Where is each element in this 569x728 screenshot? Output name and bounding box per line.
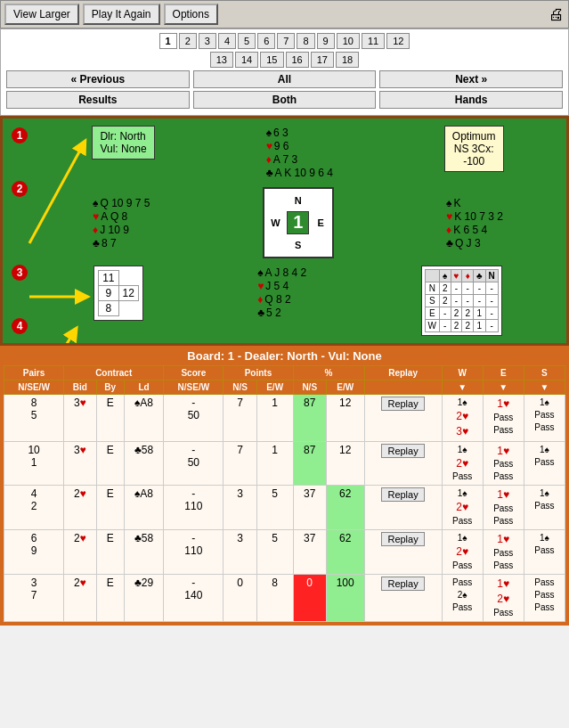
- contract-cell: -: [462, 282, 474, 295]
- play-again-button[interactable]: Play It Again: [83, 4, 160, 25]
- pairs-cell: 37: [4, 574, 64, 621]
- replay-button[interactable]: Replay: [381, 487, 424, 502]
- compass: N W 1 E S: [263, 187, 334, 258]
- sub-bid: Bid: [64, 380, 96, 395]
- board-btn-8[interactable]: 8: [297, 33, 314, 49]
- optimum-score: -100: [452, 155, 496, 168]
- board-btn-3[interactable]: 3: [199, 33, 216, 49]
- replay-button[interactable]: Replay: [381, 532, 424, 546]
- board-btn-9[interactable]: 9: [317, 33, 335, 49]
- board-btn-18[interactable]: 18: [336, 52, 359, 68]
- lead-cell: ♠A8: [124, 486, 164, 530]
- col-w: W: [442, 366, 483, 380]
- score-cell: 9: [99, 286, 118, 301]
- score-grid: 119128: [93, 266, 143, 321]
- table-row: 853♥E♠A8-50718712Replay1♠2♥3♥1♥PassPass1…: [4, 395, 565, 442]
- sub-pct-ns: N/S: [293, 380, 326, 395]
- contract-cell: -: [439, 320, 451, 332]
- lead-cell: ♣58: [124, 441, 164, 486]
- w-auction-cell: Pass2♠Pass: [442, 574, 483, 621]
- sub-score: N/SE/W: [164, 380, 224, 395]
- previous-button[interactable]: « Previous: [6, 70, 190, 88]
- results-row: Results Both Hands: [4, 91, 565, 109]
- board-btn-6[interactable]: 6: [257, 33, 275, 49]
- next-button[interactable]: Next »: [379, 70, 563, 88]
- col-pairs: Pairs: [4, 366, 64, 380]
- s-auction-cell: 1♠Pass: [524, 530, 565, 575]
- optimum-contract: NS 3Cx:: [452, 143, 496, 155]
- board-btn-7[interactable]: 7: [277, 33, 295, 49]
- pairs-cell: 42: [4, 486, 64, 530]
- col-pct: %: [293, 366, 364, 380]
- pct-ns-cell: 87: [293, 441, 326, 486]
- replay-button[interactable]: Replay: [381, 397, 424, 411]
- col-score: Score: [164, 366, 224, 380]
- arrow-2: 2: [12, 181, 28, 197]
- south-diamonds: Q 8 2: [264, 293, 290, 306]
- board-btn-17[interactable]: 17: [311, 52, 334, 68]
- options-button[interactable]: Options: [164, 4, 218, 25]
- sub-pts-ns: N/S: [224, 380, 256, 395]
- board-btn-15[interactable]: 15: [260, 52, 283, 68]
- score-cell: -110: [164, 530, 224, 575]
- board-numbers: 123456789101112: [4, 33, 565, 49]
- board-btn-16[interactable]: 16: [286, 52, 309, 68]
- bid-cell: 3♥: [64, 395, 96, 442]
- board-btn-1[interactable]: 1: [159, 33, 177, 49]
- results-table: Pairs Contract Score Points % Replay W E…: [4, 365, 565, 622]
- sub-ld: Ld: [124, 380, 164, 395]
- pct-ns-cell: 37: [293, 530, 326, 575]
- west-hand: ♠Q 10 9 7 5 ♥A Q 8 ♦J 10 9 ♣8 7: [93, 196, 150, 250]
- board-btn-12[interactable]: 12: [386, 33, 410, 49]
- contract-cell: -: [485, 282, 498, 295]
- board-btn-10[interactable]: 10: [337, 33, 360, 49]
- east-diamonds: K 6 5 4: [453, 224, 487, 236]
- arrow-1: 1: [12, 127, 28, 143]
- compass-east: E: [309, 211, 331, 233]
- print-icon[interactable]: 🖨: [549, 5, 565, 24]
- contract-col-♥: ♥: [451, 270, 462, 282]
- south-hand: ♠A J 8 4 2 ♥J 5 4 ♦Q 8 2 ♣5 2: [257, 266, 306, 320]
- col-points: Points: [224, 366, 293, 380]
- contract-col-♠: ♠: [439, 270, 451, 282]
- w-auction-cell: 1♠2♥Pass: [442, 486, 483, 530]
- toolbar: View Larger Play It Again Options 🖨: [0, 0, 569, 29]
- results-area: Board: 1 - Dealer: North - Vul: None Pai…: [0, 346, 569, 626]
- hands-button[interactable]: Hands: [379, 91, 563, 109]
- view-larger-button[interactable]: View Larger: [4, 4, 79, 25]
- replay-button[interactable]: Replay: [381, 444, 424, 458]
- contract-cell: 2: [439, 282, 451, 295]
- board-btn-4[interactable]: 4: [218, 33, 236, 49]
- north-hearts: 9 6: [274, 140, 289, 152]
- board-btn-13[interactable]: 13: [210, 52, 233, 68]
- both-button[interactable]: Both: [193, 91, 377, 109]
- east-clubs: Q J 3: [455, 237, 481, 249]
- vul-text: Vul: None: [100, 143, 146, 155]
- sub-by: By: [96, 380, 124, 395]
- board-btn-2[interactable]: 2: [179, 33, 197, 49]
- s-auction-cell: 1♠Pass: [524, 441, 565, 486]
- compass-south: S: [287, 234, 309, 257]
- arrow-3: 3: [12, 265, 28, 281]
- pct-ew-cell: 100: [326, 574, 364, 621]
- e-auction-cell: 1♥PassPass: [483, 441, 524, 486]
- east-hand: ♠K ♥K 10 7 3 2 ♦K 6 5 4 ♣Q J 3: [446, 196, 503, 250]
- replay-button[interactable]: Replay: [381, 577, 424, 591]
- board-btn-5[interactable]: 5: [238, 33, 256, 49]
- board-btn-14[interactable]: 14: [235, 52, 258, 68]
- e-auction-cell: 1♥PassPass: [483, 395, 524, 442]
- sub-e: ▼: [483, 380, 524, 395]
- contract-col-N: N: [485, 270, 498, 282]
- board-btn-11[interactable]: 11: [362, 33, 385, 49]
- pairs-cell: 69: [4, 530, 64, 575]
- compass-west: W: [264, 211, 287, 233]
- arrow-4: 4: [12, 318, 28, 334]
- contract-cell: -: [439, 307, 451, 320]
- by-cell: E: [96, 574, 124, 621]
- nav-area: 123456789101112 131415161718 « Previous …: [0, 29, 569, 116]
- score-cell: -50: [164, 441, 224, 486]
- replay-cell: Replay: [364, 486, 442, 530]
- contract-cell: -: [485, 295, 498, 307]
- all-button[interactable]: All: [193, 70, 377, 88]
- results-button[interactable]: Results: [6, 91, 190, 109]
